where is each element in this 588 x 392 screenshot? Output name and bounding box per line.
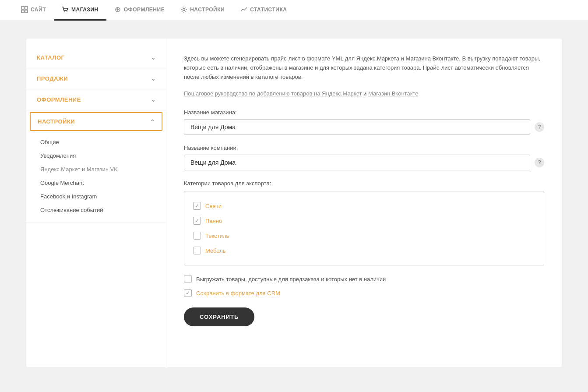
nav-item-settings[interactable]: НАСТРОЙКИ xyxy=(173,0,232,21)
category-candles: ✓ Свечи xyxy=(193,198,535,213)
sidebar-item-notifications[interactable]: Уведомления xyxy=(26,149,166,162)
category-textiles: Текстиль xyxy=(193,228,535,243)
grid-icon xyxy=(21,6,28,13)
svg-rect-0 xyxy=(21,7,24,9)
svg-rect-1 xyxy=(25,7,28,9)
crm-option-row: ✓ Сохранить в формате для CRM xyxy=(184,289,544,297)
settings-subitems: Общие Уведомления Яндекс.Маркет и Магази… xyxy=(26,133,166,222)
guide-links: Пошаговое руководство по добавлению това… xyxy=(184,90,544,97)
sidebar-header-settings[interactable]: НАСТРОЙКИ ⌃ xyxy=(30,112,162,131)
company-name-group: Название компании: ? xyxy=(184,145,544,170)
svg-point-4 xyxy=(64,11,65,12)
sidebar-section-catalog: КАТАЛОГ ⌄ xyxy=(26,47,166,68)
nav-item-shop[interactable]: МАГАЗИН xyxy=(54,0,106,21)
categories-box: ✓ Свечи ✓ Панно Текстиль xyxy=(184,191,544,265)
sidebar-item-google[interactable]: Google Merchant xyxy=(26,176,166,190)
content-card: КАТАЛОГ ⌄ ПРОДАЖИ ⌄ ОФОРМЛЕНИЕ ⌄ xyxy=(26,39,562,367)
category-panels: ✓ Панно xyxy=(193,213,535,228)
category-furniture: Мебель xyxy=(193,243,535,258)
company-name-label: Название компании: xyxy=(184,145,544,151)
nav-item-design[interactable]: ОФОРМЛЕНИЕ xyxy=(106,0,173,21)
chevron-down-icon: ⌄ xyxy=(151,55,156,61)
preorder-option-label: Выгружать товары, доступные для предзака… xyxy=(196,276,386,283)
store-name-group: Название магазина: ? xyxy=(184,109,544,135)
chevron-up-icon: ⌃ xyxy=(150,119,155,125)
preorder-option-row: Выгружать товары, доступные для предзака… xyxy=(184,275,544,283)
store-name-input[interactable] xyxy=(184,119,530,135)
categories-label: Категории товаров для экспорта: xyxy=(184,180,544,187)
sidebar-item-general[interactable]: Общие xyxy=(26,135,166,149)
stats-icon xyxy=(240,6,247,13)
settings-icon xyxy=(180,6,187,13)
checkmark-icon: ✓ xyxy=(195,218,199,224)
category-panels-label: Панно xyxy=(205,218,222,224)
category-furniture-label: Мебель xyxy=(205,247,226,254)
sidebar-header-catalog[interactable]: КАТАЛОГ ⌄ xyxy=(26,47,166,68)
checkbox-preorder[interactable] xyxy=(184,275,192,283)
sidebar-item-yandex[interactable]: Яндекс.Маркет и Магазин VK xyxy=(26,162,166,176)
store-name-label: Название магазина: xyxy=(184,109,544,116)
design-icon xyxy=(114,6,121,13)
guide-link-vk[interactable]: Магазин Вконтакте xyxy=(368,90,419,97)
nav-item-site[interactable]: САЙТ xyxy=(13,0,54,21)
chevron-down-icon: ⌄ xyxy=(151,97,156,103)
cart-icon xyxy=(62,6,69,13)
sidebar-header-sales[interactable]: ПРОДАЖИ ⌄ xyxy=(26,68,166,89)
chevron-down-icon: ⌄ xyxy=(151,76,156,82)
crm-option-label[interactable]: Сохранить в формате для CRM xyxy=(196,290,280,297)
info-text: Здесь вы можете сгенерировать прайс-лист… xyxy=(184,54,544,81)
checkmark-icon: ✓ xyxy=(186,290,190,296)
sidebar-header-design[interactable]: ОФОРМЛЕНИЕ ⌄ xyxy=(26,89,166,110)
sidebar-section-sales: ПРОДАЖИ ⌄ xyxy=(26,68,166,89)
checkbox-crm[interactable]: ✓ xyxy=(184,289,192,297)
save-button[interactable]: СОХРАНИТЬ xyxy=(184,307,254,326)
svg-point-5 xyxy=(67,11,67,12)
svg-rect-2 xyxy=(21,10,24,13)
svg-rect-3 xyxy=(25,10,28,13)
svg-point-7 xyxy=(183,9,185,11)
store-name-input-row: ? xyxy=(184,119,544,135)
categories-group: Категории товаров для экспорта: ✓ Свечи … xyxy=(184,180,544,265)
sidebar-item-tracking[interactable]: Отслеживание событий xyxy=(26,203,166,217)
checkbox-panels[interactable]: ✓ xyxy=(193,217,201,225)
sidebar: КАТАЛОГ ⌄ ПРОДАЖИ ⌄ ОФОРМЛЕНИЕ ⌄ xyxy=(26,39,166,367)
sidebar-section-settings: НАСТРОЙКИ ⌃ Общие Уведомления Яндекс.Мар… xyxy=(26,112,166,222)
main-content: Здесь вы можете сгенерировать прайс-лист… xyxy=(166,39,562,367)
store-name-help-icon[interactable]: ? xyxy=(535,122,544,132)
sidebar-item-facebook[interactable]: Facebook и Instagram xyxy=(26,190,166,203)
category-textiles-label: Текстиль xyxy=(205,233,229,239)
guide-link-yandex[interactable]: Пошаговое руководство по добавлению това… xyxy=(184,90,362,97)
category-candles-label: Свечи xyxy=(205,203,222,209)
page-wrapper: КАТАЛОГ ⌄ ПРОДАЖИ ⌄ ОФОРМЛЕНИЕ ⌄ xyxy=(0,21,588,392)
nav-item-stats[interactable]: СТАТИСТИКА xyxy=(232,0,295,21)
checkbox-textiles[interactable] xyxy=(193,232,201,240)
checkbox-candles[interactable]: ✓ xyxy=(193,202,201,210)
company-name-input-row: ? xyxy=(184,155,544,170)
company-name-help-icon[interactable]: ? xyxy=(535,158,544,167)
top-navigation: САЙТ МАГАЗИН ОФОРМЛЕНИЕ НАСТРОЙКИ СТАТИС… xyxy=(0,0,588,21)
sidebar-section-design: ОФОРМЛЕНИЕ ⌄ xyxy=(26,89,166,110)
company-name-input[interactable] xyxy=(184,155,530,170)
checkmark-icon: ✓ xyxy=(195,203,199,209)
checkbox-furniture[interactable] xyxy=(193,247,201,254)
